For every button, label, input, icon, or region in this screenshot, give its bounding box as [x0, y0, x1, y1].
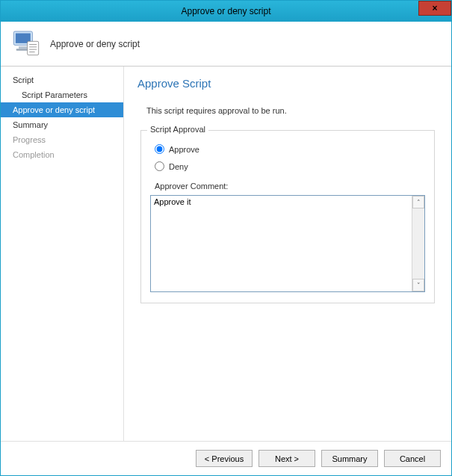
group-legend: Script Approval	[147, 125, 208, 134]
comment-field-wrap: Approve it ˄ ˅	[150, 195, 425, 292]
wizard-window: Approve or deny script × Approve or deny…	[0, 0, 452, 476]
wizard-body: Script Script Parameters Approve or deny…	[1, 67, 451, 441]
scroll-up-icon[interactable]: ˄	[412, 196, 424, 208]
nav-item-summary[interactable]: Summary	[1, 117, 123, 132]
comment-label: Approver Comment:	[155, 182, 425, 191]
svg-rect-2	[19, 46, 28, 49]
wizard-header: Approve or deny script	[1, 22, 451, 67]
computer-script-icon	[11, 28, 41, 61]
radio-approve[interactable]: Approve	[155, 144, 425, 154]
radio-deny-input[interactable]	[155, 161, 164, 171]
wizard-footer: < Previous Next > Summary Cancel	[1, 441, 451, 475]
previous-button[interactable]: < Previous	[196, 450, 253, 467]
wizard-content: Approve Script This script requires appr…	[124, 67, 451, 441]
cancel-button[interactable]: Cancel	[384, 450, 441, 467]
wizard-nav: Script Script Parameters Approve or deny…	[1, 67, 124, 441]
radio-deny[interactable]: Deny	[155, 161, 425, 171]
summary-button[interactable]: Summary	[321, 450, 378, 467]
radio-approve-label: Approve	[169, 145, 199, 154]
comment-field[interactable]: Approve it	[151, 196, 412, 291]
scroll-down-icon[interactable]: ˅	[412, 279, 424, 291]
instruction-text: This script requires approval to be run.	[146, 106, 438, 115]
nav-item-script-parameters[interactable]: Script Parameters	[1, 87, 123, 102]
radio-approve-input[interactable]	[155, 144, 164, 154]
comment-scrollbar[interactable]: ˄ ˅	[412, 196, 424, 291]
nav-item-approve-or-deny[interactable]: Approve or deny script	[1, 102, 123, 117]
titlebar-title: Approve or deny script	[181, 6, 270, 16]
nav-item-script[interactable]: Script	[1, 72, 123, 87]
script-approval-group: Script Approval Approve Deny Approver Co…	[140, 130, 435, 303]
nav-item-completion: Completion	[1, 147, 123, 162]
close-button[interactable]: ×	[418, 1, 451, 16]
nav-item-progress: Progress	[1, 132, 123, 147]
next-button[interactable]: Next >	[258, 450, 315, 467]
close-icon: ×	[432, 3, 437, 13]
titlebar: Approve or deny script ×	[1, 1, 451, 22]
radio-deny-label: Deny	[169, 162, 188, 171]
page-title: Approve Script	[137, 77, 438, 90]
wizard-header-title: Approve or deny script	[50, 39, 140, 49]
svg-rect-4	[28, 41, 39, 55]
